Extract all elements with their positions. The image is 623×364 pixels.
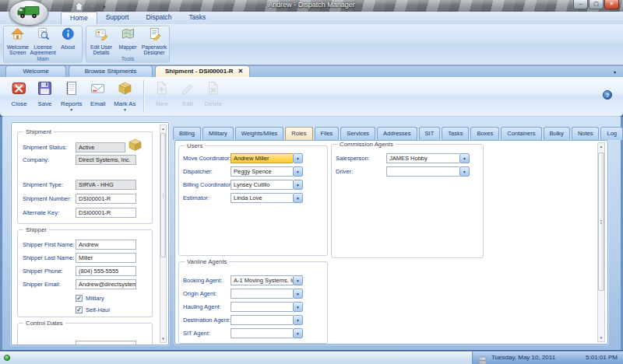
scroll-down-icon[interactable]: ▼ — [160, 337, 166, 341]
alternate-key-field[interactable]: DSI00001-R — [76, 208, 136, 218]
ribbon-tab-support[interactable]: Support — [97, 12, 138, 24]
tab-sit[interactable]: SIT — [419, 127, 441, 140]
save-button[interactable]: Save — [32, 79, 58, 107]
origin-agent-value[interactable] — [231, 289, 293, 299]
ribbon-tab-tasks[interactable]: Tasks — [181, 12, 215, 24]
close-button[interactable]: Close — [6, 79, 32, 107]
email-button[interactable]: Email — [85, 79, 111, 107]
chevron-down-icon[interactable]: ▾ — [293, 153, 303, 163]
billing-coordinator-combo[interactable]: Lynsey Cutillo ▾ — [231, 180, 303, 190]
shipper-email-field[interactable]: Andrew@directsystems.c — [76, 279, 136, 289]
chevron-down-icon[interactable]: ▾ — [293, 275, 303, 285]
mark-as-button[interactable]: Mark As ▾ — [111, 79, 139, 112]
chevron-down-icon[interactable]: ▾ — [293, 193, 303, 203]
tab-weights-miles[interactable]: Weights/Miles — [235, 127, 284, 140]
salesperson-value[interactable]: JAMES Hobby — [386, 153, 459, 163]
sit-agent-value[interactable] — [231, 328, 293, 338]
tab-list-dropdown-icon[interactable]: ▾ — [614, 69, 616, 75]
hauling-agent-value[interactable] — [231, 302, 293, 312]
welcome-screen-button[interactable]: Welcome Screen — [5, 27, 30, 55]
mapper-button[interactable]: Mapper — [115, 27, 141, 55]
salesperson-combo[interactable]: JAMES Hobby ▾ — [386, 153, 470, 163]
destination-agent-value[interactable] — [231, 315, 293, 325]
tab-billing[interactable]: Billing — [173, 127, 201, 140]
close-window-button[interactable]: ✕ — [604, 0, 619, 9]
license-agreement-button[interactable]: License Agreement — [30, 27, 56, 55]
roles-scrollbar-thumb[interactable] — [598, 152, 604, 291]
tab-notes[interactable]: Notes — [572, 127, 600, 140]
tab-boxes[interactable]: Boxes — [470, 127, 499, 140]
shipper-last-name-field[interactable]: Miller — [76, 253, 136, 263]
chevron-down-icon[interactable]: ▾ — [293, 180, 303, 190]
billing-coordinator-value[interactable]: Lynsey Cutillo — [231, 180, 293, 190]
chevron-down-icon[interactable]: ▾ — [293, 315, 303, 325]
tab-shipment-dsi00001r[interactable]: Shipment - DSI00001-R ✕ — [155, 65, 250, 77]
shipper-first-name-field[interactable]: Andrew — [76, 240, 136, 250]
tab-services[interactable]: Services — [340, 127, 375, 140]
edit-user-details-button[interactable]: Edit User Details — [89, 27, 114, 55]
ribbon-tab-dispatch[interactable]: Dispatch — [137, 12, 180, 24]
close-tab-icon[interactable]: ✕ — [238, 68, 244, 75]
driver-combo[interactable]: ▾ — [386, 166, 470, 177]
tab-containers[interactable]: Containers — [501, 127, 541, 140]
tab-addresses[interactable]: Addresses — [377, 127, 417, 140]
shipment-summary-panel: Shipment Shipment Status: Active Company… — [11, 122, 169, 345]
map-icon — [121, 27, 135, 44]
scroll-up-icon[interactable]: ▲ — [160, 127, 166, 131]
hauling-agent-combo[interactable]: ▾ — [231, 302, 303, 312]
driver-value[interactable] — [386, 166, 459, 177]
sit-agent-combo[interactable]: ▾ — [231, 328, 303, 338]
tab-tasks[interactable]: Tasks — [442, 127, 469, 140]
tab-bulky[interactable]: Bulky — [544, 127, 570, 140]
ribbon-tab-home[interactable]: Home — [61, 12, 97, 24]
chevron-down-icon[interactable]: ▾ — [293, 289, 303, 299]
left-panel-scrollbar[interactable]: ▲ ▼ — [160, 124, 167, 343]
undo-icon[interactable]: ↶ — [90, 3, 97, 10]
control-dates-partial-field[interactable] — [76, 341, 136, 345]
dispatcher-combo[interactable]: Peggy Spence ▾ — [231, 166, 303, 177]
left-scrollbar-thumb[interactable] — [160, 133, 166, 257]
booking-agent-value[interactable]: A-1 Moving Systems, Inc. — [231, 275, 293, 285]
maximize-button[interactable]: ▢ — [589, 0, 604, 9]
app-menu-button[interactable] — [9, 0, 48, 26]
help-icon[interactable]: ? — [603, 90, 612, 100]
shipper-phone-field[interactable]: (804) 555-5555 — [76, 266, 136, 276]
move-coordinator-combo[interactable]: Andrew Miller ▾ — [231, 153, 303, 163]
scroll-up-icon[interactable]: ▲ — [598, 145, 604, 149]
estimator-value[interactable]: Linda Love — [231, 193, 293, 203]
move-coordinator-value[interactable]: Andrew Miller — [231, 153, 293, 163]
estimator-combo[interactable]: Linda Love ▾ — [231, 193, 303, 203]
scroll-down-icon[interactable]: ▼ — [598, 336, 604, 340]
shipment-number-field[interactable]: DSI00001-R — [76, 194, 136, 204]
tab-military[interactable]: Military — [202, 127, 234, 140]
minimize-button[interactable]: – — [573, 0, 588, 9]
home-quick-icon[interactable] — [75, 0, 83, 13]
chevron-down-icon[interactable]: ▾ — [293, 166, 303, 177]
shipper-groupbox: Shipper Shipper First Name: Andrew Shipp… — [17, 229, 153, 317]
chevron-down-icon[interactable]: ▾ — [293, 328, 303, 338]
roles-page-scrollbar[interactable]: ▲ ▼ — [597, 142, 605, 342]
paperwork-designer-button[interactable]: Paperwork Designer — [142, 27, 167, 55]
booking-agent-combo[interactable]: A-1 Moving Systems, Inc. ▾ — [231, 275, 303, 285]
tab-roles[interactable]: Roles — [285, 127, 312, 140]
mark-as-button-label: Mark As — [114, 100, 136, 107]
dispatcher-value[interactable]: Peggy Spence — [231, 166, 293, 177]
reports-button[interactable]: Reports ▾ — [58, 79, 85, 112]
alternate-key-label: Alternate Key: — [23, 209, 59, 216]
tab-files[interactable]: Files — [315, 127, 340, 140]
about-button[interactable]: About — [56, 27, 81, 55]
military-checkbox[interactable]: ✓ Military — [76, 295, 104, 302]
shipment-toolbar: Close Save — [0, 77, 623, 117]
chevron-down-icon[interactable]: ▾ — [459, 153, 470, 163]
qat-dropdown-icon[interactable]: ▾ — [104, 4, 106, 9]
ribbon-group-main: Welcome Screen License Agreement — [3, 26, 83, 63]
destination-agent-combo[interactable]: ▾ — [231, 315, 303, 325]
tab-welcome[interactable]: Welcome — [5, 65, 66, 77]
chevron-down-icon[interactable]: ▾ — [459, 166, 470, 177]
chevron-down-icon[interactable]: ▾ — [293, 302, 303, 312]
tab-browse-shipments[interactable]: Browse Shipments — [69, 65, 153, 77]
shipment-detail-tabs: Billing Military Weights/Miles Roles Fil… — [173, 127, 623, 140]
self-haul-checkbox[interactable]: ✓ Self-Haul — [76, 306, 110, 313]
origin-agent-combo[interactable]: ▾ — [231, 289, 303, 299]
tab-log[interactable]: Log — [600, 127, 623, 140]
